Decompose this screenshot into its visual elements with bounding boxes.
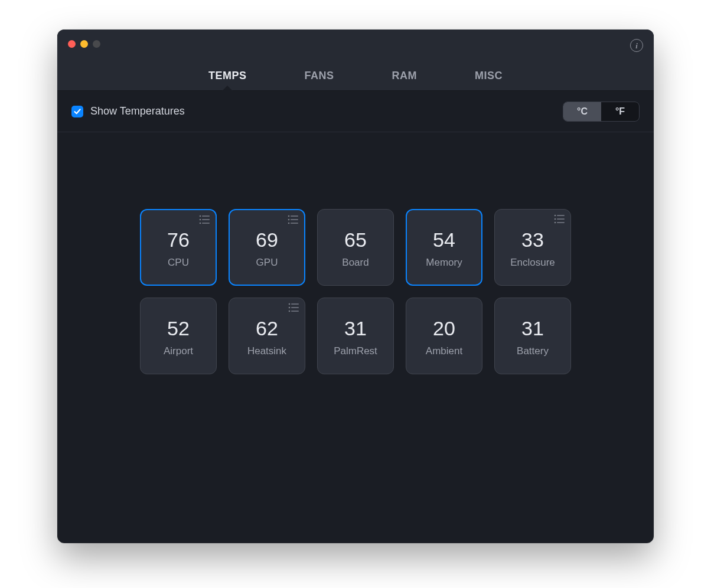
svg-rect-19: [291, 303, 299, 305]
sensor-value: 76: [167, 230, 190, 250]
sensor-value: 54: [433, 230, 455, 250]
svg-point-0: [200, 215, 201, 217]
unit-celsius-button[interactable]: °C: [563, 102, 601, 121]
checkbox-label: Show Temperatures: [90, 105, 185, 117]
minimize-window-button[interactable]: [80, 40, 88, 48]
sensor-value: 65: [344, 230, 367, 250]
sensor-label: Battery: [517, 345, 549, 357]
tab-misc[interactable]: MISC: [472, 61, 505, 90]
svg-rect-15: [557, 218, 565, 220]
svg-rect-17: [557, 222, 565, 223]
toolbar: Show Temperatures °C °F: [57, 91, 654, 132]
maximize-window-button[interactable]: [93, 40, 100, 48]
sensor-label: Ambient: [426, 345, 462, 357]
svg-point-10: [288, 223, 290, 224]
app-window: i TEMPSFANSRAMMISC Show Temperatures °C …: [57, 30, 654, 543]
svg-point-4: [200, 223, 201, 224]
list-icon: [288, 215, 299, 224]
svg-rect-21: [291, 307, 299, 308]
sensor-tile-cpu[interactable]: 76CPU: [140, 209, 217, 286]
list-icon: [288, 303, 300, 312]
sensor-label: Enclosure: [510, 257, 555, 269]
sensor-label: Memory: [426, 257, 462, 269]
sensor-value: 52: [167, 318, 190, 338]
svg-point-20: [289, 307, 291, 309]
content-area: 76CPU69GPU65Board54Memory33Enclosure52Ai…: [57, 132, 654, 543]
tab-temps[interactable]: TEMPS: [206, 61, 249, 90]
close-window-button[interactable]: [68, 40, 76, 48]
sensor-value: 69: [256, 230, 278, 250]
sensor-value: 31: [344, 318, 367, 338]
svg-point-14: [555, 218, 556, 220]
svg-point-12: [555, 215, 556, 217]
svg-point-8: [288, 219, 290, 221]
traffic-lights: [68, 40, 100, 48]
svg-rect-11: [291, 223, 298, 224]
list-icon: [199, 215, 211, 224]
svg-point-2: [200, 219, 201, 221]
sensor-value: 33: [521, 230, 544, 250]
unit-fahrenheit-button[interactable]: °F: [601, 102, 639, 121]
sensor-label: PalmRest: [334, 345, 377, 357]
sensor-tile-ambient[interactable]: 20Ambient: [406, 298, 482, 374]
info-button[interactable]: i: [630, 39, 643, 52]
titlebar: i TEMPSFANSRAMMISC: [57, 30, 654, 91]
svg-point-16: [555, 222, 556, 224]
sensor-label: Board: [342, 257, 368, 269]
sensor-label: Heatsink: [247, 345, 286, 357]
sensor-label: Airport: [164, 345, 193, 357]
sensor-tile-memory[interactable]: 54Memory: [406, 209, 482, 286]
svg-rect-5: [202, 223, 210, 224]
sensor-tile-board[interactable]: 65Board: [317, 209, 394, 286]
svg-rect-23: [291, 311, 299, 312]
sensor-tile-enclosure[interactable]: 33Enclosure: [494, 209, 571, 286]
svg-point-22: [289, 311, 291, 312]
tab-fans[interactable]: FANS: [302, 61, 337, 90]
sensor-tile-palmrest[interactable]: 31PalmRest: [317, 298, 394, 374]
sensor-value: 31: [521, 318, 544, 338]
sensor-tile-battery[interactable]: 31Battery: [494, 298, 571, 374]
svg-point-18: [289, 303, 291, 305]
sensor-tile-heatsink[interactable]: 62Heatsink: [229, 298, 305, 374]
svg-rect-1: [202, 215, 210, 217]
sensor-label: CPU: [168, 257, 189, 269]
svg-point-6: [288, 215, 290, 217]
sensor-value: 62: [256, 318, 278, 338]
show-temperatures-checkbox[interactable]: Show Temperatures: [71, 105, 185, 117]
sensor-tile-airport[interactable]: 52Airport: [140, 298, 217, 374]
unit-toggle: °C °F: [563, 102, 640, 122]
sensor-grid: 76CPU69GPU65Board54Memory33Enclosure52Ai…: [140, 209, 571, 374]
sensor-value: 20: [433, 318, 455, 338]
tab-bar: TEMPSFANSRAMMISC: [57, 61, 654, 90]
checkbox-box: [71, 106, 83, 117]
svg-rect-13: [557, 215, 565, 216]
list-icon: [554, 214, 566, 224]
info-icon: i: [635, 42, 638, 50]
sensor-tile-gpu[interactable]: 69GPU: [229, 209, 305, 286]
svg-rect-9: [291, 219, 298, 220]
sensor-label: GPU: [256, 257, 278, 269]
svg-rect-7: [291, 215, 298, 217]
tab-ram[interactable]: RAM: [390, 61, 420, 90]
svg-rect-3: [202, 219, 210, 220]
checkmark-icon: [73, 107, 81, 116]
